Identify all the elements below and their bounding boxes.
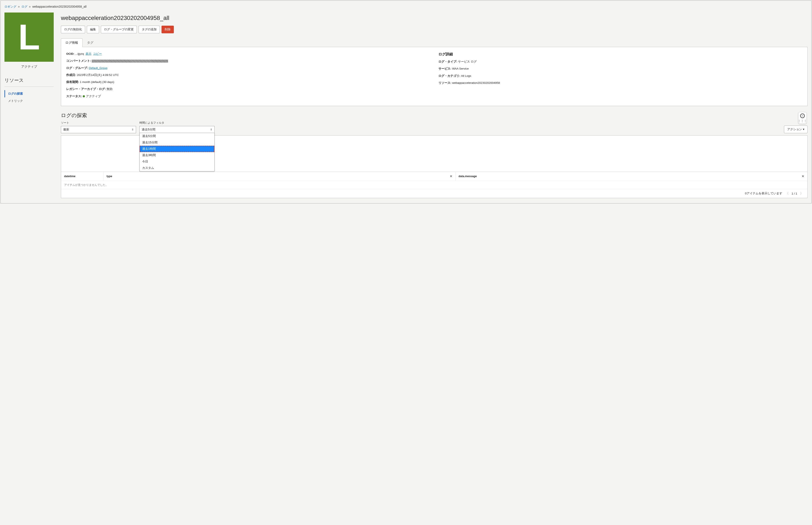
col-datetime[interactable]: datetime [61, 172, 104, 181]
add-tag-button[interactable]: タグの追加 [138, 26, 160, 33]
pager-count: 0アイテムを表示しています [745, 192, 782, 195]
detail-tabs: ログ情報 タグ [61, 39, 808, 47]
actions-button[interactable]: アクション [784, 125, 808, 133]
retention-value: 1 month (default) (30 days) [80, 80, 114, 84]
pager-prev[interactable]: 〈 [784, 191, 789, 196]
chevron-updown-icon [132, 128, 134, 131]
loggroup-link[interactable]: Default_Group [89, 66, 107, 70]
log-detail-header: ログ詳細 [439, 52, 802, 57]
chevron-updown-icon [210, 128, 212, 131]
status-value: アクティブ [86, 95, 101, 98]
time-option-today[interactable]: 今日 [139, 159, 215, 165]
logtype-value: サービス ログ [458, 60, 477, 63]
col-message[interactable]: data.message ✕ [456, 172, 808, 181]
sort-select[interactable]: 最新 [61, 126, 136, 133]
legacy-label: レガシー・アーカイブ・ログ: [66, 87, 106, 91]
compartment-label: コンパートメント: [66, 59, 91, 62]
breadcrumb-current: webappacceleration20230202004958_all [32, 5, 86, 8]
sidebar-header: リソース [4, 77, 54, 87]
time-option-5min[interactable]: 過去5分間 [139, 133, 215, 139]
help-icon [800, 114, 805, 118]
delete-button[interactable]: 削除 [162, 26, 174, 33]
time-option-15min[interactable]: 過去15分間 [139, 139, 215, 146]
service-label: サービス: [439, 67, 452, 70]
sidebar-nav: ログの探索 メトリック [4, 90, 54, 105]
time-filter-value: 過去5分間 [142, 128, 156, 132]
category-label: ログ・カテゴリ: [439, 74, 460, 77]
breadcrumb: ロギング » ログ » webappacceleration2023020200… [1, 1, 811, 10]
time-option-1hour[interactable]: 過去1時間 [139, 146, 215, 152]
time-filter-dropdown: 過去5分間 過去15分間 過去1時間 過去3時間 今日 カスタム [139, 133, 215, 171]
sort-label: ソート [61, 121, 136, 125]
resource-value: webappacceleration20230202004958 [452, 81, 500, 85]
compartment-value-redacted [92, 60, 168, 63]
empty-message: アイテムが見つかりませんでした。 [61, 181, 807, 189]
ocid-value: ...ijjyzq [75, 52, 84, 55]
pager-page: 1 / 1 [792, 192, 797, 195]
page-title: webappacceleration20230202004958_all [61, 10, 808, 26]
loggroup-label: ログ・グループ: [66, 66, 88, 70]
action-buttons: ログの無効化 編集 ログ・グループの変更 タグの追加 削除 [61, 26, 808, 33]
created-value: 2023年2月14日(火) 4:09:52 UTC [77, 73, 119, 77]
ocid-label: OCID: [66, 52, 74, 55]
col-type[interactable]: type ✕ [104, 172, 456, 181]
breadcrumb-logs[interactable]: ログ [21, 5, 27, 8]
resource-status: アクティブ [4, 65, 54, 69]
retention-label: 保有期間: [66, 80, 79, 84]
status-dot-icon [83, 95, 85, 97]
breadcrumb-root[interactable]: ロギング [4, 5, 16, 8]
service-value: WAA Service [452, 67, 469, 70]
explore-title: ログの探索 [61, 112, 808, 119]
resource-icon-letter: L [18, 19, 40, 55]
tab-log-info[interactable]: ログ情報 [61, 39, 83, 47]
remove-col-message-icon[interactable]: ✕ [802, 174, 804, 178]
legacy-value: 無効 [106, 87, 113, 91]
time-filter-select[interactable]: 過去5分間 [139, 126, 215, 133]
created-label: 作成日: [66, 73, 76, 77]
sidebar-item-metrics[interactable]: メトリック [4, 97, 54, 105]
resource-label: リソース: [439, 81, 452, 85]
remove-col-type-icon[interactable]: ✕ [450, 174, 453, 178]
change-log-group-button[interactable]: ログ・グループの変更 [101, 26, 137, 33]
sidebar-item-explore[interactable]: ログの探索 [4, 90, 54, 97]
help-panel[interactable]: ⋮⋮⋮ [798, 112, 807, 124]
pager: 0アイテムを表示しています 〈 1 / 1 〉 [61, 189, 807, 198]
sort-value: 最新 [63, 128, 69, 132]
tab-tags[interactable]: タグ [83, 39, 98, 47]
ocid-copy-link[interactable]: コピー [93, 52, 102, 55]
time-filter-label: 時間によるフィルタ [139, 121, 215, 125]
edit-button[interactable]: 編集 [87, 26, 99, 33]
time-option-3hour[interactable]: 過去3時間 [139, 152, 215, 159]
resource-icon-tile: L [4, 13, 54, 62]
pager-next[interactable]: 〉 [799, 191, 804, 196]
help-dots-icon: ⋮⋮⋮ [798, 119, 807, 122]
time-option-custom[interactable]: カスタム [139, 165, 215, 171]
status-label: ステータス: [66, 95, 82, 98]
logtype-label: ログ・タイプ: [439, 60, 457, 63]
disable-log-button[interactable]: ログの無効化 [61, 26, 85, 33]
info-panel: OCID: ...ijjyzq 表示 コピー コンパートメント: ログ・グループ… [61, 47, 808, 106]
ocid-show-link[interactable]: 表示 [86, 52, 91, 55]
category-value: All Logs [461, 74, 471, 77]
